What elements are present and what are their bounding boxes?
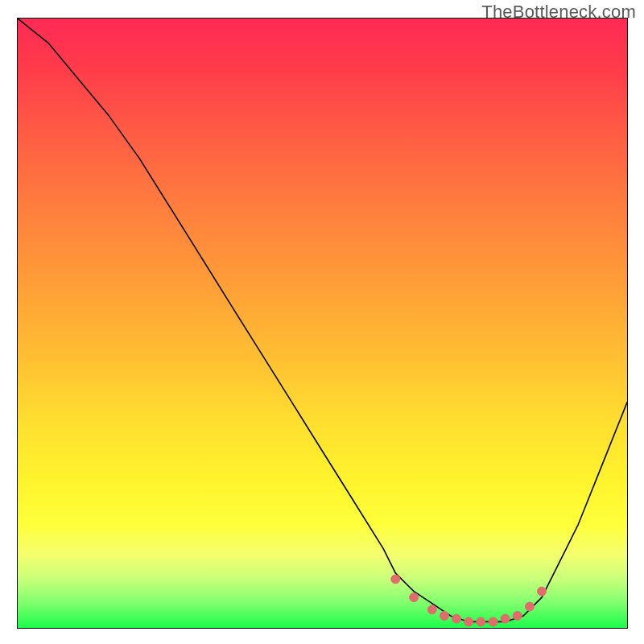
plot-area <box>17 18 628 629</box>
marker-dot <box>477 617 485 626</box>
marker-dot <box>538 587 547 596</box>
curve-layer <box>18 19 627 628</box>
marker-dot <box>427 605 436 614</box>
marker-dot <box>464 617 473 626</box>
marker-dot <box>440 611 448 620</box>
bottleneck-curve-path <box>18 19 627 621</box>
marker-dot <box>489 617 497 626</box>
watermark-text: TheBottleneck.com <box>481 2 636 23</box>
marker-dot <box>391 575 400 584</box>
marker-dot <box>513 611 522 620</box>
bottleneck-chart: TheBottleneck.com <box>0 0 644 644</box>
optimal-zone-markers <box>391 575 547 626</box>
marker-dot <box>501 614 510 623</box>
marker-dot <box>410 593 419 602</box>
marker-dot <box>452 614 461 623</box>
marker-dot <box>525 602 534 611</box>
